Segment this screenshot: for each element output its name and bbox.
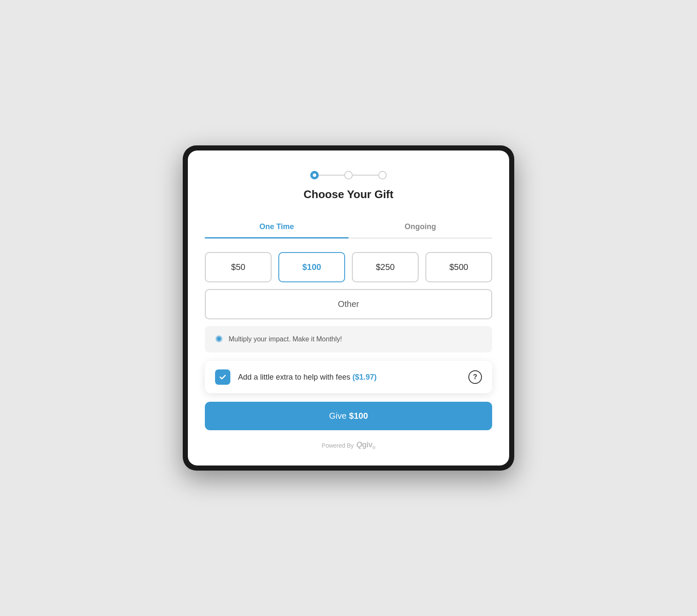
tab-one-time[interactable]: One Time xyxy=(205,216,348,238)
fee-label: Add a little extra to help with fees ($1… xyxy=(238,373,461,382)
amount-250-button[interactable]: $250 xyxy=(352,252,419,282)
checkmark-icon xyxy=(218,373,227,381)
qgiv-brand: Qgiv® xyxy=(356,440,375,450)
step-3-dot xyxy=(378,171,387,179)
give-button-label: Give xyxy=(329,411,346,421)
amount-100-button[interactable]: $100 xyxy=(278,252,345,282)
powered-by-text: Powered By xyxy=(322,442,354,449)
sun-icon: ✺ xyxy=(215,334,223,345)
fee-label-text: Add a little extra to help with fees xyxy=(238,373,350,381)
help-icon[interactable]: ? xyxy=(468,370,482,384)
fee-checkbox[interactable] xyxy=(215,369,230,385)
step-line-2 xyxy=(353,175,378,176)
fee-amount: ($1.97) xyxy=(352,373,377,381)
give-button-amount: $100 xyxy=(349,411,368,421)
tab-ongoing[interactable]: Ongoing xyxy=(348,216,492,238)
amount-50-button[interactable]: $50 xyxy=(205,252,272,282)
outer-container: Choose Your Gift One Time Ongoing $50 $1… xyxy=(183,145,514,471)
footer: Powered By Qgiv® xyxy=(205,440,492,450)
amount-grid: $50 $100 $250 $500 xyxy=(205,252,492,282)
page-title: Choose Your Gift xyxy=(205,188,492,201)
other-amount-button[interactable]: Other xyxy=(205,289,492,319)
monthly-text: Multiply your impact. Make it Monthly! xyxy=(229,335,342,343)
give-button[interactable]: Give $100 xyxy=(205,402,492,430)
amount-500-button[interactable]: $500 xyxy=(425,252,492,282)
monthly-banner: ✺ Multiply your impact. Make it Monthly! xyxy=(205,326,492,352)
progress-steps xyxy=(205,171,492,179)
card: Choose Your Gift One Time Ongoing $50 $1… xyxy=(188,150,509,466)
tabs-container: One Time Ongoing xyxy=(205,216,492,238)
step-line-1 xyxy=(319,175,344,176)
fee-row: Add a little extra to help with fees ($1… xyxy=(205,361,492,393)
step-2-dot xyxy=(344,171,353,179)
step-1-dot xyxy=(310,171,319,179)
